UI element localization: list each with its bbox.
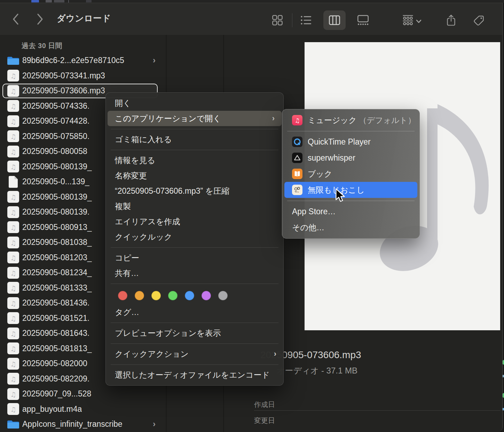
file-name: 20250905-074428. <box>22 116 89 126</box>
menu-item[interactable]: 共有… <box>106 265 283 281</box>
tag-color-dot[interactable] <box>118 291 127 300</box>
chevron-right-icon <box>37 13 44 25</box>
svg-text:♫: ♫ <box>10 375 16 383</box>
audio-file-icon: ♫ <box>7 297 19 309</box>
menu-item-label: 共有… <box>115 268 139 279</box>
tag-icon <box>473 15 484 26</box>
menu-item[interactable]: 無限もじおこし <box>284 182 417 198</box>
audio-file-icon: ♫ <box>7 146 19 157</box>
submenu-chevron-icon: › <box>274 349 276 358</box>
folder-icon <box>7 419 19 430</box>
menu-item[interactable]: App Store… <box>282 203 419 219</box>
menu-item-label: 選択したオーディオファイルをエンコード <box>115 370 270 380</box>
menu-item[interactable]: ♫ミュージック（デフォルト） <box>282 112 419 128</box>
menu-item[interactable]: コピー <box>106 250 283 265</box>
tag-color-dot[interactable] <box>202 291 211 300</box>
audio-file-icon: ♫ <box>7 282 19 294</box>
view-button-gallery[interactable] <box>352 10 374 30</box>
file-name: 20250905-080139_ <box>22 162 92 171</box>
menu-separator <box>106 320 283 325</box>
menu-item[interactable]: 情報を見る <box>106 153 283 168</box>
menu-item-label: タグ… <box>115 307 139 318</box>
audio-file-icon: ♫ <box>7 115 19 127</box>
tag-color-dot[interactable] <box>135 291 144 300</box>
tags-button[interactable] <box>467 10 490 30</box>
books-app-icon <box>292 169 302 179</box>
menu-item-label: ブック <box>308 169 332 179</box>
file-name: 89b6d9c6-2...e2e57e8710c5 <box>22 56 124 65</box>
column-view-icon <box>329 15 340 25</box>
chevron-right-icon: › <box>153 419 156 429</box>
menu-item-label: ミュージック <box>308 115 357 126</box>
menu-separator <box>282 128 419 134</box>
menu-item-label: 情報を見る <box>115 155 155 166</box>
info-separator <box>254 410 501 411</box>
file-name: 20250905-075850. <box>22 132 89 141</box>
file-name: app_buyout.m4a <box>22 404 82 414</box>
menu-item[interactable]: 開く <box>106 95 283 111</box>
menu-item[interactable]: ブック <box>282 166 419 182</box>
menu-item[interactable]: タグ… <box>106 304 283 320</box>
menu-item[interactable]: 複製 <box>106 199 283 214</box>
list-item[interactable]: ♫20250905-073341.mp3 <box>0 68 166 84</box>
tag-color-dot[interactable] <box>151 291 161 300</box>
audio-file-icon: ♫ <box>7 267 19 279</box>
menu-item[interactable]: 選択したオーディオファイルをエンコード <box>106 367 283 383</box>
list-item[interactable]: ♫20250907_09...528 <box>0 386 166 402</box>
menu-separator <box>106 341 283 346</box>
audio-file-icon: ♫ <box>7 252 19 263</box>
tag-color-dot[interactable] <box>185 291 194 300</box>
tag-color-row <box>106 286 283 304</box>
menu-item[interactable]: クイックルック <box>106 229 283 245</box>
tag-color-dot[interactable] <box>218 291 228 300</box>
list-item[interactable]: ♫app_buyout.m4a <box>0 402 166 417</box>
audio-file-icon: ♫ <box>7 191 19 203</box>
file-name: 20250905-080913_ <box>22 223 92 232</box>
file-name: 20250907_09...528 <box>22 389 91 399</box>
music-app-icon: ♫ <box>292 115 302 125</box>
audio-file-icon: ♫ <box>7 85 19 97</box>
audio-file-icon: ♫ <box>7 221 19 233</box>
tag-color-dot[interactable] <box>168 291 178 300</box>
file-name: 20250905-0...139_ <box>22 177 89 186</box>
menu-item[interactable]: 名称変更 <box>106 168 283 183</box>
share-button[interactable] <box>440 10 462 30</box>
file-name: 20250905-080139_ <box>22 192 92 202</box>
superwhisper-app-icon <box>292 153 302 163</box>
menu-item[interactable]: その他… <box>282 219 419 236</box>
file-name: 20250905-073606.mp3 <box>22 86 105 95</box>
svg-text:♫: ♫ <box>10 315 16 322</box>
window-title: ダウンロード <box>57 13 111 24</box>
list-item[interactable]: 89b6d9c6-2...e2e57e8710c5› <box>0 53 166 68</box>
file-name: 20250905-074336. <box>22 101 89 111</box>
list-item[interactable]: AppIcons_infinity_transcribe› <box>0 417 166 432</box>
menu-item[interactable]: エイリアスを作成 <box>106 214 283 229</box>
mugen-mojiokoshi-app-icon <box>292 185 302 195</box>
group-by-button[interactable] <box>402 10 422 30</box>
menu-separator <box>106 126 283 132</box>
file-name: 20250905-073341.mp3 <box>22 71 105 80</box>
menu-item[interactable]: このアプリケーションで開く› <box>108 111 282 126</box>
menu-item[interactable]: “20250905-073606.mp3” を圧縮 <box>106 183 283 199</box>
list-view-icon <box>300 15 312 25</box>
menu-item-label: その他… <box>292 222 324 233</box>
icon-view-icon <box>272 15 283 25</box>
view-button-columns[interactable] <box>323 10 346 30</box>
svg-text:♫: ♫ <box>294 117 300 124</box>
svg-text:♫: ♫ <box>10 224 16 231</box>
view-button-icons[interactable] <box>266 10 289 30</box>
menu-item[interactable]: クイックアクション› <box>106 346 283 362</box>
forward-button[interactable] <box>34 12 46 26</box>
menu-item[interactable]: superwhisper <box>282 150 419 166</box>
back-button[interactable] <box>10 12 22 26</box>
menu-item-label: superwhisper <box>308 153 355 163</box>
file-name: 20250905-081813_ <box>22 344 92 353</box>
svg-text:♫: ♫ <box>10 72 16 80</box>
audio-file-icon: ♫ <box>7 373 19 385</box>
menu-item[interactable]: プレビューオプションを表示 <box>106 325 283 341</box>
menu-item[interactable]: QuickTime Player <box>282 134 419 150</box>
menu-item[interactable]: ゴミ箱に入れる <box>106 132 283 147</box>
file-name: 20250905-081436. <box>22 298 89 308</box>
view-button-list[interactable] <box>295 10 317 30</box>
file-name: 20250905-081333_ <box>22 283 92 293</box>
